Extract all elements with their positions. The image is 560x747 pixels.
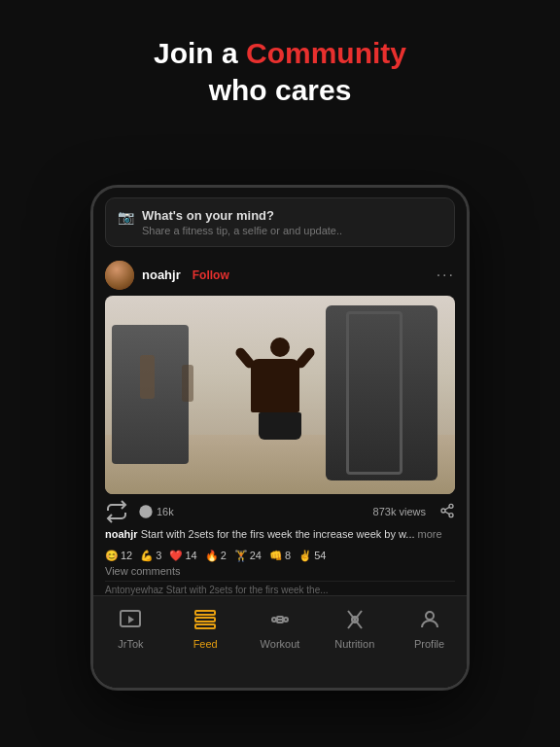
svg-point-1 <box>449 504 453 508</box>
gym-scene <box>105 296 455 495</box>
reaction-1[interactable]: 😊 12 <box>105 550 132 562</box>
feed-icon <box>192 606 219 633</box>
workout-icon <box>266 606 294 633</box>
post-input-bar[interactable]: 📷 What's on your mind? Share a fitness t… <box>105 197 455 247</box>
camera-icon: 📷 <box>118 209 134 225</box>
cable-machine-frame <box>346 311 402 475</box>
post-header: noahjr Follow ··· <box>105 255 455 296</box>
caption-more[interactable]: more <box>418 528 442 540</box>
comment-text: Start with 2sets for the firs week the..… <box>166 585 329 595</box>
profile-label: Profile <box>414 638 444 650</box>
nav-item-nutrition[interactable]: Nutrition <box>326 606 384 650</box>
post-image <box>105 296 455 495</box>
svg-point-2 <box>441 509 445 513</box>
likes-stat: 16k <box>138 504 174 519</box>
person-silhouette <box>251 338 309 445</box>
app-screen: 📷 What's on your mind? Share a fitness t… <box>93 188 467 688</box>
header-prefix: Join a <box>154 37 246 69</box>
post-input-sub: Share a fitness tip, a selfie or and upd… <box>142 225 442 236</box>
post-input-main: What's on your mind? <box>142 208 442 223</box>
post-input-text: What's on your mind? Share a fitness tip… <box>142 208 442 236</box>
reactions-row: 😊 12 💪 3 ❤️ 14 🔥 2 🏋 24 👊 8 ✌️ 54 <box>105 546 455 565</box>
post-username: noahjr <box>142 267 181 282</box>
svg-line-5 <box>445 507 450 510</box>
bg-person1 <box>140 355 155 399</box>
header-line2: who cares <box>209 74 352 106</box>
post-caption: noahjr Start with 2sets for the firs wee… <box>105 527 455 545</box>
bottom-nav: JrTok Feed <box>93 595 467 688</box>
reaction-2[interactable]: 💪 3 <box>140 550 161 562</box>
svg-point-3 <box>449 514 453 517</box>
jrtok-label: JrTok <box>118 638 143 650</box>
header-community: Community <box>246 37 406 69</box>
reaction-3[interactable]: ❤️ 14 <box>169 550 196 562</box>
comment-preview: Antonyewhaz Start with 2sets for the fir… <box>105 581 455 595</box>
nutrition-label: Nutrition <box>334 638 374 650</box>
nav-item-jrtok[interactable]: JrTok <box>101 606 159 650</box>
reaction-7[interactable]: ✌️ 54 <box>298 550 326 562</box>
nav-item-profile[interactable]: Profile <box>401 606 459 650</box>
likes-count: 16k <box>157 506 174 517</box>
nav-item-workout[interactable]: Workout <box>251 606 309 650</box>
svg-rect-8 <box>195 611 215 615</box>
svg-rect-10 <box>195 624 215 628</box>
reaction-4[interactable]: 🔥 2 <box>205 550 227 562</box>
refresh-stat <box>105 500 128 523</box>
svg-point-0 <box>139 505 152 517</box>
tablet-wrapper: 📷 What's on your mind? Share a fitness t… <box>0 127 560 747</box>
nutrition-icon <box>341 606 368 633</box>
avatar <box>105 261 134 290</box>
svg-point-11 <box>272 618 276 622</box>
reaction-6[interactable]: 👊 8 <box>269 550 291 562</box>
tablet-mockup: 📷 What's on your mind? Share a fitness t… <box>90 185 470 691</box>
caption-text: Start with 2sets for the firs week the i… <box>141 528 415 540</box>
jrtok-icon <box>117 606 144 633</box>
view-comments[interactable]: View comments <box>105 565 455 581</box>
nav-item-feed[interactable]: Feed <box>176 606 234 650</box>
post-card: noahjr Follow ··· <box>105 255 455 595</box>
post-stats: 16k 873k views <box>105 494 455 527</box>
workout-label: Workout <box>261 638 300 650</box>
feed-label: Feed <box>193 638 218 650</box>
follow-button[interactable]: Follow <box>189 268 233 282</box>
views-count: 873k views <box>373 506 426 517</box>
share-icon[interactable] <box>439 503 455 520</box>
profile-icon <box>416 606 443 633</box>
comment-user: Antonyewhaz <box>105 585 163 595</box>
post-more-button[interactable]: ··· <box>437 267 455 284</box>
svg-point-12 <box>284 618 288 622</box>
header-title: Join a Community who cares <box>154 35 406 108</box>
svg-rect-9 <box>195 618 215 622</box>
caption-username: noahjr <box>105 528 138 540</box>
svg-line-4 <box>445 512 450 515</box>
header-section: Join a Community who cares <box>154 0 406 127</box>
svg-point-18 <box>426 612 434 620</box>
bg-person2 <box>182 365 193 402</box>
svg-marker-7 <box>128 616 134 623</box>
reaction-5[interactable]: 🏋 24 <box>234 550 262 562</box>
